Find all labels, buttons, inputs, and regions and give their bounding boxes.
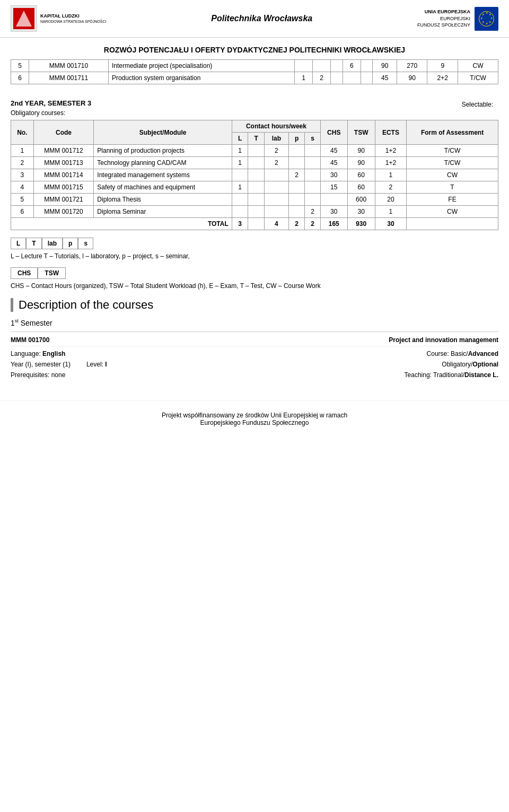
obligatory-label: Obligatory courses: (11, 109, 498, 120)
col-code: Code (33, 120, 94, 145)
course-lang: Language: English (11, 350, 65, 357)
table-row: 5 MMM 001721 Diploma Thesis 600 20 FE (11, 194, 498, 206)
col-p: p (288, 133, 305, 145)
semester-heading: 1st Semester (11, 316, 498, 331)
logo-kl-subtitle: NARODOWA STRATEGIA SPÓJNOŚCI (40, 19, 106, 24)
svg-text:★: ★ (486, 22, 488, 25)
main-title: ROZWÓJ POTENCJAŁU I OFERTY DYDAKTYCZNEJ … (0, 38, 509, 59)
course-code: MMM 001700 (11, 336, 49, 344)
col-no: No. (11, 120, 34, 145)
description-section: Description of the courses 1st Semester … (11, 293, 498, 390)
logo-pw: Politechnika Wrocławska (211, 14, 312, 23)
col-form: Form of Assessment (407, 120, 498, 145)
legend-text: L – Lecture T – Tutorials, l – laborator… (11, 249, 498, 263)
table-row: 3 MMM 001714 Integrated management syste… (11, 169, 498, 181)
course-year: Year (I), semester (1) Level: I (11, 361, 107, 368)
course-obligatory: Obligatory/Optional (442, 361, 498, 368)
table-row: 6 MMM 001720 Diploma Seminar 2 30 30 1 C… (11, 206, 498, 218)
total-row: TOTAL 3 4 2 2 165 930 30 (11, 218, 498, 230)
legend-TSW: TSW (38, 267, 66, 279)
logo-kl-title: KAPITAŁ LUDZKI (40, 13, 106, 20)
table-row: 1 MMM 001712 Planning of production proj… (11, 145, 498, 157)
legend-T: T (26, 238, 41, 249)
svg-text:★: ★ (482, 13, 485, 16)
footer-line2: Europejskiego Funduszu Społecznego (11, 419, 498, 426)
legend-CHS: CHS (11, 267, 38, 279)
logos-left: KAPITAŁ LUDZKI NARODOWA STRATEGIA SPÓJNO… (11, 5, 106, 32)
svg-text:★: ★ (480, 16, 483, 20)
legend-s: s (78, 238, 93, 249)
semester3-table: No. Code Subject/Module Contact hours/we… (11, 120, 498, 230)
col-L: L (232, 133, 248, 145)
logo-kl: KAPITAŁ LUDZKI NARODOWA STRATEGIA SPÓJNO… (11, 5, 106, 32)
selectable-label: Selectable: (462, 101, 498, 108)
table-row: 4 MMM 001715 Safety of machines and equi… (11, 181, 498, 194)
course-prereq: Prerequisites: none (11, 371, 65, 379)
legend-boxes: L T lab p s (11, 238, 498, 249)
intro-table: 5 MMM 001710 Intermediate project (speci… (11, 59, 498, 84)
logo-ue: UNIA EUROPEJSKA EUROPEJSKI FUNDUSZ SPOŁE… (417, 7, 498, 31)
col-lab: lab (265, 133, 289, 145)
footer-line1: Projekt współfinansowany ze środków Unii… (11, 412, 498, 419)
col-s: s (305, 133, 321, 145)
col-tsw: TSW (347, 120, 375, 145)
col-T: T (248, 133, 265, 145)
page-header: KAPITAŁ LUDZKI NARODOWA STRATEGIA SPÓJNO… (0, 0, 509, 38)
legend-lab: lab (42, 238, 63, 249)
col-chs: CHS (321, 120, 347, 145)
col-ects: ECTS (375, 120, 406, 145)
year-semester: 2nd YEAR, SEMESTER 3 (11, 94, 91, 108)
svg-text:★: ★ (489, 20, 492, 23)
description-title: Description of the courses (19, 298, 498, 312)
course-title: Project and innovation management (389, 336, 498, 344)
course-header: MMM 001700 Project and innovation manage… (11, 336, 498, 346)
svg-text:★: ★ (490, 16, 493, 20)
legend-p: p (63, 238, 78, 249)
table-row: 5 MMM 001710 Intermediate project (speci… (11, 60, 498, 72)
course-type: Course: Basic/Advanced (427, 350, 498, 357)
table-row: 2 MMM 001713 Technology planning CAD/CAM… (11, 157, 498, 169)
col-contact-hours: Contact hours/week (232, 120, 320, 133)
chs-tsw-boxes: CHS TSW (11, 267, 498, 279)
page-footer: Projekt współfinansowany ze środków Unii… (0, 400, 509, 437)
legend-text2: CHS – Contact Hours (organized), TSW – T… (11, 279, 498, 293)
course-teaching: Teaching: Traditional/Distance L. (405, 371, 498, 379)
svg-text:★: ★ (482, 20, 485, 23)
col-subject: Subject/Module (94, 120, 232, 145)
table-row: 6 MMM 001711 Production system organisat… (11, 72, 498, 84)
course-block: MMM 001700 Project and innovation manage… (11, 331, 498, 385)
legend-L: L (11, 238, 26, 249)
